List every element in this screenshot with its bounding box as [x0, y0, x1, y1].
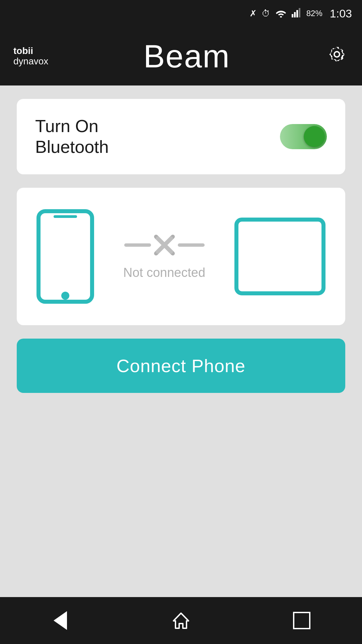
- not-connected-label: Not connected: [123, 265, 205, 281]
- phone-icon: [35, 208, 95, 305]
- logo-tobii: tobii: [13, 46, 48, 56]
- bluetooth-toggle[interactable]: [280, 124, 327, 149]
- logo-dynavox: dynavox: [13, 56, 48, 67]
- toggle-track[interactable]: [280, 124, 327, 149]
- svg-rect-6: [45, 225, 85, 288]
- recent-icon: [293, 612, 310, 629]
- bluetooth-card: Turn On Bluetooth: [17, 99, 345, 174]
- connection-x-icon: [124, 232, 205, 258]
- svg-rect-2: [296, 10, 298, 17]
- battery-indicator: 82%: [306, 9, 322, 18]
- svg-rect-11: [243, 226, 317, 287]
- status-bar: ✗ ⏱ 82% 1:03: [0, 0, 362, 27]
- toggle-thumb: [304, 126, 325, 147]
- svg-rect-3: [299, 8, 300, 17]
- status-icons: ✗ ⏱ 82% 1:03: [249, 7, 352, 20]
- alarm-icon: ⏱: [262, 8, 270, 19]
- connect-phone-button[interactable]: Connect Phone: [17, 339, 345, 393]
- settings-icon: [327, 44, 347, 68]
- home-icon: [172, 611, 190, 630]
- bluetooth-label: Turn On Bluetooth: [35, 116, 109, 158]
- app-title: Beam: [143, 38, 230, 75]
- svg-rect-5: [54, 215, 77, 218]
- logo: tobii dynavox: [13, 46, 48, 67]
- settings-button[interactable]: [325, 45, 349, 68]
- nav-home-button[interactable]: [167, 607, 194, 634]
- not-connected-area: Not connected: [102, 232, 226, 281]
- connection-card: Not connected: [17, 188, 345, 325]
- tablet-icon: [233, 216, 327, 297]
- connection-inner: Not connected: [35, 208, 327, 305]
- nav-back-button[interactable]: [47, 607, 74, 634]
- main-content: Turn On Bluetooth: [0, 85, 362, 597]
- svg-line-8: [156, 237, 173, 253]
- svg-rect-1: [294, 12, 296, 17]
- bluetooth-icon: ✗: [249, 8, 257, 19]
- back-icon: [54, 611, 67, 630]
- header: tobii dynavox Beam: [0, 27, 362, 85]
- svg-line-9: [156, 237, 173, 253]
- bottom-nav: [0, 597, 362, 644]
- wifi-icon: [275, 7, 287, 20]
- status-time: 1:03: [330, 7, 352, 20]
- svg-rect-0: [292, 14, 293, 17]
- nav-recent-button[interactable]: [288, 607, 315, 634]
- svg-point-7: [61, 292, 69, 300]
- signal-icon: [292, 7, 302, 20]
